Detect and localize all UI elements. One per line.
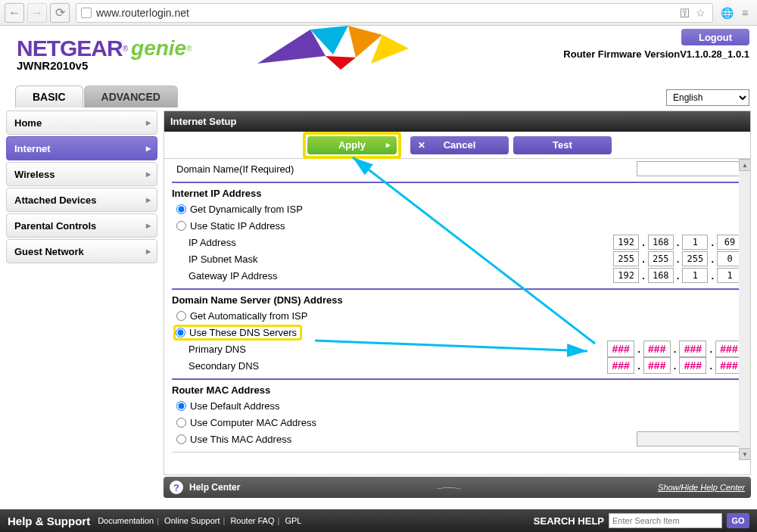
page-header: NETGEAR ® genie ® Logout Router Firmware… xyxy=(0,26,757,71)
sidebar-item-guest-network[interactable]: Guest Network▸ xyxy=(6,239,157,263)
mac-this-radio[interactable] xyxy=(176,434,186,444)
genie-logo: genie xyxy=(131,36,186,61)
subnet-mask-input[interactable]: 255.255.255.0 xyxy=(613,251,743,266)
help-center-title: Help Center xyxy=(189,482,240,493)
dns-section-title: Domain Name Server (DNS) Address xyxy=(172,294,743,306)
dns-auto-radio[interactable] xyxy=(176,311,186,321)
content-panel: Internet Setup Apply Cancel Test Domain … xyxy=(164,110,751,475)
dns-manual-row: Use These DNS Servers xyxy=(172,324,743,341)
tab-advanced[interactable]: ADVANCED xyxy=(84,86,178,107)
tab-bar: BASIC ADVANCED English xyxy=(0,86,757,107)
secondary-dns-input[interactable]: ###.###.###.### xyxy=(607,357,743,374)
mac-computer-radio[interactable] xyxy=(176,418,186,428)
ip-address-input[interactable]: 192.168.1.69 xyxy=(613,235,743,250)
help-center-bar[interactable]: ? Help Center ︿ Show/Hide Help Center xyxy=(164,477,751,498)
address-bar[interactable]: www.routerlogin.net ⚿ ☆ xyxy=(76,3,713,23)
logout-button[interactable]: Logout xyxy=(681,29,749,45)
link-online-support[interactable]: Online Support xyxy=(164,516,220,525)
primary-dns-row: Primary DNS ###.###.###.### xyxy=(172,341,743,357)
sidebar-item-label: Internet xyxy=(14,143,51,154)
globe-icon[interactable]: 🌐 xyxy=(719,5,734,20)
chevron-right-icon: ▸ xyxy=(146,117,151,128)
mac-this-row: Use This MAC Address xyxy=(172,431,743,447)
domain-name-input[interactable] xyxy=(637,161,743,176)
footer-links: Documentation| Online Support| Router FA… xyxy=(98,516,301,525)
chevron-right-icon: ▸ xyxy=(146,220,151,231)
menu-icon[interactable]: ≡ xyxy=(737,5,752,20)
primary-dns-input[interactable]: ###.###.###.### xyxy=(607,341,743,357)
tab-basic[interactable]: BASIC xyxy=(15,86,83,107)
firmware-version: Router Firmware VersionV1.1.0.28_1.0.1 xyxy=(563,48,749,60)
help-support-title: Help & Support xyxy=(8,515,90,527)
domain-name-label: Domain Name(If Required) xyxy=(176,163,637,175)
chevron-right-icon: ▸ xyxy=(146,143,151,154)
reload-button[interactable]: ⟳ xyxy=(50,3,70,23)
chevron-right-icon: ▸ xyxy=(146,246,151,257)
link-router-faq[interactable]: Router FAQ xyxy=(230,516,274,525)
decorative-kite xyxy=(257,26,424,71)
scrollbar[interactable]: ▲ ▼ xyxy=(739,159,750,460)
search-label: SEARCH HELP xyxy=(534,515,604,527)
cancel-button[interactable]: Cancel xyxy=(410,136,509,154)
dns-manual-highlight: Use These DNS Servers xyxy=(173,325,302,341)
ip-static-row: Use Static IP Address xyxy=(172,217,743,234)
sidebar-item-label: Parental Controls xyxy=(14,220,96,232)
svg-marker-4 xyxy=(326,56,356,70)
model-number: JWNR2010v5 xyxy=(17,59,88,72)
footer: Help & Support Documentation| Online Sup… xyxy=(0,509,757,532)
scroll-up-icon[interactable]: ▲ xyxy=(739,159,750,171)
forward-button[interactable]: → xyxy=(27,3,47,23)
sidebar: Home▸ Internet▸ Wireless▸ Attached Devic… xyxy=(6,110,157,475)
apply-button[interactable]: Apply xyxy=(307,136,397,154)
link-gpl[interactable]: GPL xyxy=(285,516,301,525)
ip-dynamic-radio[interactable] xyxy=(176,204,186,214)
scroll-down-icon[interactable]: ▼ xyxy=(739,448,750,460)
chevron-right-icon: ▸ xyxy=(146,169,151,179)
mac-address-input[interactable] xyxy=(637,431,743,446)
ip-section-title: Internet IP Address xyxy=(172,188,743,199)
netgear-logo: NETGEAR xyxy=(17,36,123,61)
sidebar-item-attached-devices[interactable]: Attached Devices▸ xyxy=(6,188,157,212)
dns-manual-radio[interactable] xyxy=(176,328,185,338)
registered-icon: ® xyxy=(186,45,192,53)
page-title: Internet Setup xyxy=(164,111,750,132)
site-icon xyxy=(81,8,92,18)
sidebar-item-parental-controls[interactable]: Parental Controls▸ xyxy=(6,213,157,238)
secondary-dns-row: Secondary DNS ###.###.###.### xyxy=(172,357,743,374)
gateway-input[interactable]: 192.168.1.1 xyxy=(613,268,743,283)
test-button[interactable]: Test xyxy=(513,136,612,154)
back-button[interactable]: ← xyxy=(5,3,24,23)
sidebar-item-label: Home xyxy=(14,117,42,129)
ip-static-radio[interactable] xyxy=(176,221,186,231)
link-documentation[interactable]: Documentation xyxy=(98,516,154,525)
sidebar-item-internet[interactable]: Internet▸ xyxy=(6,136,157,160)
subnet-mask-row: IP Subnet Mask 255.255.255.0 xyxy=(172,250,743,267)
sidebar-item-label: Guest Network xyxy=(14,246,84,257)
mac-default-row: Use Default Address xyxy=(172,397,743,414)
form-body: Domain Name(If Required) Internet IP Add… xyxy=(164,159,750,460)
chevron-up-icon: ︿ xyxy=(435,484,463,491)
sidebar-item-label: Wireless xyxy=(14,169,55,180)
star-icon[interactable]: ☆ xyxy=(693,5,708,20)
chevron-right-icon: ▸ xyxy=(146,194,151,205)
ip-dynamic-row: Get Dynamically from ISP xyxy=(172,201,743,217)
apply-highlight: Apply xyxy=(303,132,401,159)
go-button[interactable]: GO xyxy=(727,513,749,528)
sidebar-item-wireless[interactable]: Wireless▸ xyxy=(6,162,157,186)
sidebar-item-home[interactable]: Home▸ xyxy=(6,110,157,135)
ip-address-row: IP Address 192.168.1.69 xyxy=(172,234,743,250)
help-center-toggle[interactable]: Show/Hide Help Center xyxy=(658,483,745,492)
key-icon[interactable]: ⚿ xyxy=(678,5,693,20)
gateway-row: Gateway IP Address 192.168.1.1 xyxy=(172,267,743,284)
mac-default-radio[interactable] xyxy=(176,401,186,411)
help-icon: ? xyxy=(170,481,183,494)
language-select[interactable]: English xyxy=(666,89,749,106)
search-input[interactable] xyxy=(609,513,722,528)
dns-auto-row: Get Automatically from ISP xyxy=(172,307,743,324)
registered-icon: ® xyxy=(123,45,128,53)
sidebar-item-label: Attached Devices xyxy=(14,194,96,206)
domain-name-row: Domain Name(If Required) xyxy=(172,160,743,177)
action-button-row: Apply Cancel Test xyxy=(164,132,750,159)
mac-section-title: Router MAC Address xyxy=(172,384,743,396)
url-text: www.routerlogin.net xyxy=(96,7,678,19)
